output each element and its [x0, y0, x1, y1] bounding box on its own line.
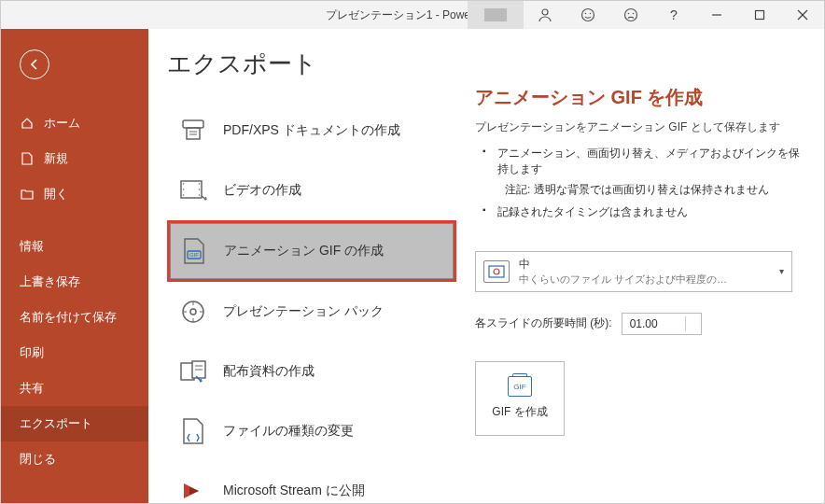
- export-item-label: PDF/XPS ドキュメントの作成: [223, 122, 400, 139]
- nav-label: 情報: [20, 238, 44, 255]
- svg-point-32: [494, 269, 499, 274]
- nav-label: 印刷: [20, 344, 44, 361]
- svg-point-19: [183, 194, 185, 196]
- panel-bullets: 記録されたタイミングは含まれません: [475, 202, 805, 223]
- svg-text:GIF: GIF: [189, 252, 199, 258]
- export-pdf[interactable]: PDF/XPS ドキュメントの作成: [167, 101, 456, 161]
- nav-close[interactable]: 閉じる: [1, 441, 148, 477]
- export-item-label: アニメーション GIF の作成: [224, 243, 384, 259]
- export-item-label: ファイルの種類の変更: [223, 423, 354, 440]
- account-button[interactable]: [468, 1, 524, 29]
- duration-label: 各スライドの所要時間 (秒):: [475, 315, 612, 331]
- user-icon[interactable]: [524, 1, 566, 29]
- bullet-item: 記録されたタイミングは含まれません: [482, 202, 805, 223]
- svg-point-4: [590, 13, 592, 15]
- nav-label: 上書き保存: [20, 273, 80, 290]
- maximize-button[interactable]: [738, 1, 781, 29]
- svg-point-22: [199, 194, 201, 196]
- quality-desc: 中くらいのファイル サイズおよび中程度の…: [519, 273, 770, 286]
- minimize-button[interactable]: [695, 1, 738, 29]
- export-gif[interactable]: GIF アニメーション GIF の作成: [167, 220, 456, 282]
- export-item-label: Microsoft Stream に公開: [223, 483, 365, 499]
- new-icon: [20, 151, 35, 166]
- smile-icon[interactable]: [566, 1, 609, 29]
- svg-point-6: [628, 13, 630, 15]
- svg-rect-9: [756, 11, 764, 20]
- quality-dropdown[interactable]: 中 中くらいのファイル サイズおよび中程度の… ▾: [475, 251, 792, 292]
- export-detail-column: アニメーション GIF を作成 プレゼンテーションをアニメーション GIF とし…: [466, 29, 824, 503]
- nav-label: 開く: [44, 186, 68, 203]
- titlebar: プレゼンテーション1 - PowerPoint ?: [1, 1, 824, 29]
- stream-icon: [178, 476, 208, 503]
- nav-label: 閉じる: [20, 451, 56, 468]
- quality-icon: [483, 260, 510, 283]
- gif-icon: GIF: [179, 236, 209, 266]
- nav-export[interactable]: エクスポート: [1, 406, 148, 441]
- body: ホーム 新規 開く 情報 上書き保存 名前を付けて保存 印刷 共有 エクスポート…: [1, 29, 824, 503]
- duration-value: 01.00: [630, 317, 658, 330]
- nav-label: ホーム: [44, 115, 80, 132]
- back-button[interactable]: [20, 49, 49, 79]
- nav-info[interactable]: 情報: [1, 229, 148, 264]
- nav-label: 新規: [44, 150, 68, 167]
- titlebar-right: ?: [468, 1, 824, 29]
- main-area: エクスポート PDF/XPS ドキュメントの作成 ビデオの作成 GIF アニメー…: [148, 29, 824, 503]
- panel-subtitle: プレゼンテーションをアニメーション GIF として保存します: [475, 119, 805, 135]
- svg-point-17: [183, 183, 185, 185]
- svg-point-26: [190, 309, 196, 315]
- svg-rect-13: [187, 128, 200, 139]
- panel-note: 注記: 透明な背景では画面切り替えは保持されません: [475, 182, 805, 198]
- duration-input[interactable]: 01.00: [622, 313, 702, 335]
- export-video[interactable]: ビデオの作成: [167, 161, 456, 220]
- export-stream[interactable]: Microsoft Stream に公開: [167, 461, 456, 503]
- panel-title: アニメーション GIF を作成: [475, 85, 805, 110]
- export-item-label: 配布資料の作成: [223, 363, 315, 380]
- nav-new[interactable]: 新規: [1, 141, 148, 176]
- pdf-icon: [178, 116, 208, 146]
- panel-bullets: アニメーション、画面切り替え、メディアおよびインクを保持します: [475, 143, 805, 180]
- nav-label: エクスポート: [20, 415, 92, 432]
- close-button[interactable]: [781, 1, 824, 29]
- nav-save[interactable]: 上書き保存: [1, 264, 148, 300]
- quality-label: 中: [519, 258, 770, 273]
- frown-icon[interactable]: [609, 1, 652, 29]
- nav-label: 共有: [20, 380, 44, 397]
- help-button[interactable]: ?: [652, 1, 695, 29]
- svg-point-5: [625, 9, 637, 21]
- nav-share[interactable]: 共有: [1, 371, 148, 406]
- svg-rect-16: [181, 181, 202, 198]
- create-label: GIF を作成: [492, 404, 547, 420]
- export-item-label: プレゼンテーション パック: [223, 303, 384, 320]
- chevron-down-icon: ▾: [779, 266, 784, 276]
- app-window: プレゼンテーション1 - PowerPoint ? ホーム 新規: [0, 0, 825, 504]
- duration-row: 各スライドの所要時間 (秒): 01.00: [475, 313, 805, 335]
- video-icon: [178, 175, 208, 205]
- nav-home[interactable]: ホーム: [1, 105, 148, 141]
- svg-point-18: [183, 189, 185, 190]
- svg-point-3: [585, 13, 587, 15]
- nav-print[interactable]: 印刷: [1, 335, 148, 371]
- handout-icon: [178, 357, 208, 386]
- nav-open[interactable]: 開く: [1, 176, 148, 212]
- svg-rect-12: [183, 120, 203, 128]
- export-item-label: ビデオの作成: [223, 182, 301, 199]
- svg-rect-31: [489, 266, 504, 277]
- svg-point-20: [199, 183, 201, 185]
- nav-label: 名前を付けて保存: [20, 309, 117, 326]
- svg-point-1: [542, 9, 548, 15]
- backstage-sidebar: ホーム 新規 開く 情報 上書き保存 名前を付けて保存 印刷 共有 エクスポート…: [1, 29, 148, 503]
- svg-point-7: [633, 13, 635, 15]
- export-filetype[interactable]: ファイルの種類の変更: [167, 401, 456, 461]
- create-gif-button[interactable]: GIF GIF を作成: [475, 361, 565, 436]
- export-package[interactable]: プレゼンテーション パック: [167, 282, 456, 342]
- svg-point-21: [199, 189, 201, 190]
- page-title: エクスポート: [167, 48, 456, 80]
- export-list-column: エクスポート PDF/XPS ドキュメントの作成 ビデオの作成 GIF アニメー…: [148, 29, 466, 503]
- svg-rect-0: [484, 8, 507, 21]
- nav-saveas[interactable]: 名前を付けて保存: [1, 300, 148, 335]
- bullet-item: アニメーション、画面切り替え、メディアおよびインクを保持します: [482, 143, 805, 180]
- export-handout[interactable]: 配布資料の作成: [167, 342, 456, 401]
- home-icon: [20, 116, 35, 131]
- open-icon: [20, 187, 35, 202]
- quality-text: 中 中くらいのファイル サイズおよび中程度の…: [519, 258, 770, 286]
